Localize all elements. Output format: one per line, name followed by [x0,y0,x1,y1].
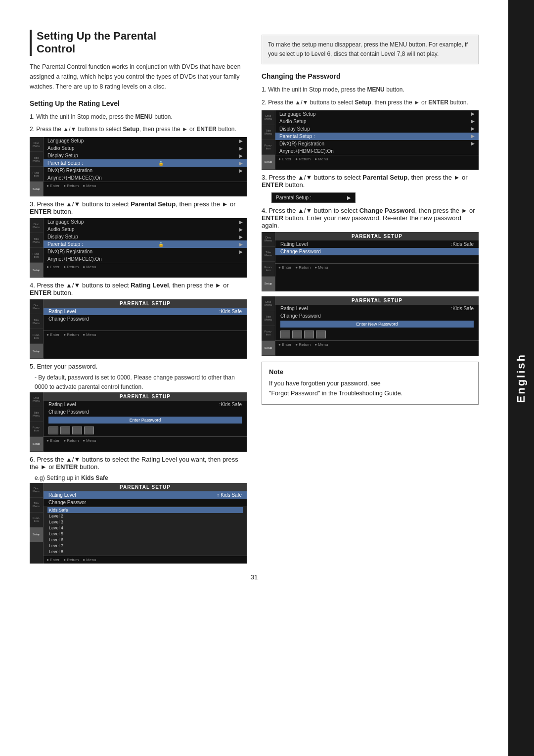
parental-only-row: Parental Setup : ▶ [276,195,351,200]
parental-change-pw-row-3: Change Passwor [44,499,247,506]
menu-tab-func: Func-tion [30,167,43,182]
rparental-rating-2: Rating Level:Kids Safe [275,305,479,312]
menu2-row-anynet: Anynet+(HDMI-CEC):On [44,255,247,263]
rating-level6: Level 6 [47,537,243,543]
new-pw-box-3 [304,331,314,338]
intro-paragraph: The Parental Control function works in c… [30,62,247,92]
ptab-setup-3: Setup [30,527,43,542]
ptab-setup-1: Setup [30,344,43,359]
step6-sub: e.g) Setting up in Kids Safe [30,473,247,483]
rtab-title: TitleMenu [262,125,275,140]
menu2-row-language: Language Setup▶ [44,218,247,226]
note-line2: "Forgot Password" in the Troubleshooting… [269,390,402,397]
rating-level4: Level 4 [47,525,243,531]
password-boxes [44,425,247,436]
changing-password-heading: Changing the Password [262,72,479,80]
step2-text: Press the ▲/▼ buttons to select Setup, t… [36,126,236,133]
right-column: To make the setup menu disappear, press … [262,30,479,564]
ptab-disc-3: DiscMenu [30,483,43,498]
right-intro-text: To make the setup menu disappear, press … [268,41,468,57]
page-number: 31 [30,573,479,581]
rparental-header-2: PARENTAL SETUP [275,296,479,305]
rparental-rating-1: Rating Level:Kids Safe [275,240,479,248]
parental-left-tabs-3: DiscMenu TitleMenu Func-tion Setup [30,483,44,564]
pw-step-1: 1. With the unit in Stop mode, press the… [262,85,479,94]
menu-row-language: Language Setup▶ [44,137,247,144]
content-area: Setting Up the Parental Control The Pare… [30,30,479,564]
ptab-setup-2: Setup [30,437,43,452]
step-2: 2. Press the ▲/▼ buttons to select Setup… [30,125,247,134]
rating-steps-list: 1. With the unit in Stop mode, press the… [30,112,247,134]
rptab-disc-2: DiscMenu [262,296,275,311]
parental-change-pw-row-1: Change Password [44,315,247,323]
new-pw-box-2 [292,331,302,338]
parental-spacer-1 [44,323,247,331]
rtab-setup: Setup [262,155,275,170]
menu-tab-disc: DiscMenu [30,137,43,152]
rtab-func: Func-tion [262,140,275,155]
pw-box-4 [84,426,94,434]
note-title: Note [269,368,471,376]
rmenu-language: Language Setup▶ [275,110,479,118]
page-num-text: 31 [251,573,258,581]
ptab-func-2: Func-tion [30,422,43,437]
rating-level3: Level 3 [47,519,243,525]
parental-screenshot-1: DiscMenu TitleMenu Func-tion Setup PAREN… [30,299,247,359]
parental-footer-2: ● Enter ● Return ● Menu [44,436,247,444]
ptab-disc-1: DiscMenu [30,299,43,314]
rparental-footer-1: ● Enter ● Return ● Menu [275,263,479,271]
title-line1: Setting Up the Parental [37,30,156,42]
setup-menu-screenshot-1: DiscMenu TitleMenu Func-tion Setup Langu… [30,137,247,196]
parental-screenshot-3: DiscMenu TitleMenu Func-tion Setup PAREN… [30,483,247,564]
rparental-changepw-1: Change Password [275,248,479,255]
menu-row-audio: Audio Setup▶ [44,144,247,152]
rptab-title-2: TitleMenu [262,311,275,326]
rating-kids-safe: Kids Safe [47,507,243,513]
menu-tab-setup-2: Setup [30,263,43,278]
rptab-setup-1: Setup [262,277,275,291]
step-1: 1. With the unit in Stop mode, press the… [30,112,247,122]
rptab-func-2: Func-tion [262,326,275,341]
step-4-block: 4. Press the ▲/▼ buttons to select Ratin… [30,282,247,296]
rating-level2: Level 2 [47,513,243,519]
menu2-row-parental: Parental Setup :🔒▶ [44,240,247,248]
menu-row-anynet: Anynet+(HDMI-CEC):On [44,174,247,182]
step1-num: 1. [30,113,36,120]
parental-only-label: Parental Setup : [276,195,312,200]
note-line1: If you have forgotten your password, see [269,380,381,387]
pw-step3-text: 3. Press the ▲/▼ buttons to select Paren… [262,174,468,189]
pw-step-3-block: 3. Press the ▲/▼ buttons to select Paren… [262,174,479,189]
rtab-disc: DiscMenu [262,110,275,125]
ptab-title-2: TitleMenu [30,407,43,422]
menu-row-display: Display Setup▶ [44,152,247,159]
menu-tab-func-2: Func-tion [30,248,43,263]
new-pw-box-4 [316,331,326,338]
parental-rating-row-1: Rating Level:Kids Safe [44,308,247,315]
title-line2: Control [37,43,75,55]
step6-text: 6. Press the ▲/▼ buttons to select the R… [30,456,238,471]
menu2-footer: ● Enter ● Return ● Menu [44,263,247,271]
menu-tab-disc-2: DiscMenu [30,218,43,233]
parental-footer-1: ● Enter ● Return ● Menu [44,331,247,338]
enter-new-password-label: Enter New Password [280,321,474,328]
menu-tab-title-2: TitleMenu [30,233,43,248]
right-intro-box: To make the setup menu disappear, press … [262,35,479,64]
right-menu-left-tabs: DiscMenu TitleMenu Func-tion Setup [262,110,275,170]
parental-header-2: PARENTAL SETUP [44,392,247,401]
pw-box-3 [72,426,82,434]
step1-text: With the unit in Stop mode, press the ME… [36,113,172,120]
note-text: If you have forgotten your password, see… [269,378,471,398]
step5-text: 5. Enter your password. [30,363,97,370]
rmenu-divx: DivX(R) Registration▶ [275,140,479,147]
left-column: Setting Up the Parental Control The Pare… [30,30,247,564]
parental-header-1: PARENTAL SETUP [44,299,247,308]
rating-level5: Level 5 [47,531,243,537]
parental-left-tabs-2: DiscMenu TitleMenu Func-tion Setup [30,392,44,452]
rparental-left-tabs-2: DiscMenu TitleMenu Func-tion Setup [262,296,275,356]
sidebar-language-label: English [515,353,528,403]
rating-dropdown: Kids Safe Level 2 Level 3 Level 4 Level … [44,506,247,556]
menu-content-2: Language Setup▶ Audio Setup▶ Display Set… [44,218,247,278]
english-sidebar: English [508,0,534,756]
parental-footer-3: ● Enter ● Return ● Menu [44,556,247,564]
rating-level8: Level 8 [47,549,243,555]
